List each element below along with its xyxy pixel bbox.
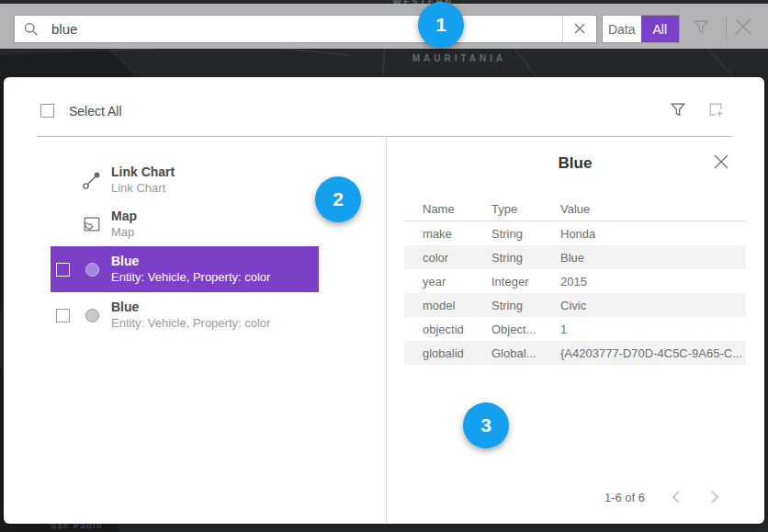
results-filter-button[interactable] xyxy=(667,101,689,121)
select-all-checkbox[interactable] xyxy=(40,104,54,118)
search-input[interactable] xyxy=(46,21,562,37)
chevron-right-icon xyxy=(709,491,720,507)
cell-type: Integer xyxy=(491,275,560,289)
cell-type: String xyxy=(491,227,560,241)
column-header: Name xyxy=(404,202,491,216)
search-results-panel: Select All Link Chart Link Chart xyxy=(4,77,764,524)
search-toolbar: Data All xyxy=(0,4,768,49)
result-subtitle: Link Chart xyxy=(111,180,175,196)
result-title: Link Chart xyxy=(111,164,175,180)
cell-type: String xyxy=(491,251,560,265)
result-item-map[interactable]: Map Map xyxy=(51,202,319,246)
close-search-button[interactable] xyxy=(732,18,754,39)
close-small-icon xyxy=(574,21,585,38)
result-checkbox[interactable] xyxy=(56,309,70,323)
result-subtitle: Entity: Vehicle, Property: color xyxy=(111,269,270,285)
clear-search-button[interactable] xyxy=(562,16,596,42)
previous-page-button[interactable] xyxy=(665,489,687,509)
search-icon xyxy=(15,21,46,37)
attribute-table: Name Type Value make String Honda color … xyxy=(404,197,746,365)
callout-badge-2: 2 xyxy=(315,176,361,222)
result-item-link-chart[interactable]: Link Chart Link Chart xyxy=(51,158,319,202)
cell-name: globalid xyxy=(404,346,491,360)
table-row: make String Honda xyxy=(404,221,746,245)
scope-option-data[interactable]: Data xyxy=(603,16,641,42)
cell-type: Global... xyxy=(491,346,560,360)
cell-name: color xyxy=(404,251,491,265)
pagination-range: 1-6 of 6 xyxy=(579,491,671,504)
filter-button[interactable] xyxy=(690,18,712,39)
result-subtitle: Map xyxy=(111,224,137,240)
table-header-row: Name Type Value xyxy=(404,197,746,221)
header-divider xyxy=(37,136,731,137)
close-detail-button[interactable] xyxy=(711,154,731,173)
cell-type: String xyxy=(491,299,560,312)
cell-name: year xyxy=(404,275,491,289)
panel-divider xyxy=(386,136,387,524)
cell-value: Civic xyxy=(560,299,746,312)
result-list: Link Chart Link Chart Map Map Blue xyxy=(51,158,319,338)
table-row: globalid Global... {A4203777-D70D-4C5C-9… xyxy=(404,341,746,365)
entity-point-icon xyxy=(80,309,104,323)
table-row: objectid Object... 1 xyxy=(404,317,746,341)
map-label-mauritania: MAURITANIA xyxy=(404,53,514,63)
cell-name: make xyxy=(404,227,491,241)
close-icon xyxy=(734,17,752,40)
cell-value: 1 xyxy=(560,323,746,336)
result-title: Blue xyxy=(111,254,270,269)
link-chart-icon xyxy=(80,169,104,191)
next-page-button[interactable] xyxy=(704,489,726,509)
funnel-icon xyxy=(669,100,687,122)
entity-point-icon xyxy=(80,263,104,277)
result-subtitle: Entity: Vehicle, Property: color xyxy=(111,315,270,331)
column-header: Type xyxy=(491,202,560,216)
cell-value: Blue xyxy=(560,251,746,265)
table-row: color String Blue xyxy=(404,245,746,269)
detail-title: Blue xyxy=(386,154,764,173)
app-window: WESTERN MAURITANIA São Paulo Data All xyxy=(0,0,768,532)
toolbar-divider xyxy=(726,17,727,40)
result-title: Blue xyxy=(111,300,270,315)
funnel-icon xyxy=(692,17,710,40)
cell-name: objectid xyxy=(404,323,491,336)
close-icon xyxy=(714,154,728,173)
cell-name: model xyxy=(404,299,491,312)
callout-badge-1: 1 xyxy=(418,2,464,48)
map-icon xyxy=(80,214,104,234)
table-row: model String Civic xyxy=(404,293,746,317)
table-row: year Integer 2015 xyxy=(404,269,746,293)
select-all-label: Select All xyxy=(69,104,122,119)
cell-value: Honda xyxy=(560,227,746,241)
cell-type: Object... xyxy=(491,323,560,336)
result-item-blue-selected[interactable]: Blue Entity: Vehicle, Property: color xyxy=(51,246,319,292)
cell-value: 2015 xyxy=(560,275,746,289)
result-title: Map xyxy=(111,209,137,224)
result-checkbox[interactable] xyxy=(56,263,70,277)
callout-badge-3: 3 xyxy=(463,402,509,448)
column-header: Value xyxy=(560,202,746,216)
result-item-blue[interactable]: Blue Entity: Vehicle, Property: color xyxy=(51,292,319,338)
cell-value: {A4203777-D70D-4C5C-9A65-C... xyxy=(560,346,746,360)
add-selection-icon xyxy=(706,100,725,122)
add-to-selection-button[interactable] xyxy=(705,101,727,121)
search-box[interactable] xyxy=(14,15,597,43)
scope-option-all[interactable]: All xyxy=(641,16,680,42)
chevron-left-icon xyxy=(671,491,682,507)
scope-toggle: Data All xyxy=(602,15,680,43)
